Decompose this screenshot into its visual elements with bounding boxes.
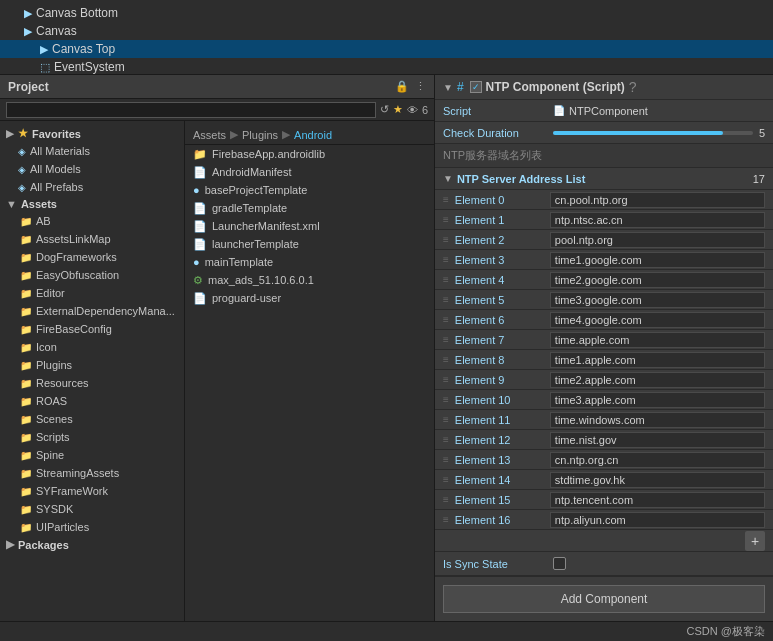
bottom-bar-text: CSDN @极客染 <box>687 624 765 639</box>
ntp-server-label: NTP Server Address List <box>457 173 753 185</box>
element-value[interactable]: stdtime.gov.hk <box>550 472 765 488</box>
folder-icon: 📁 <box>20 504 32 515</box>
asset-item-ab[interactable]: 📁 AB <box>0 212 184 230</box>
refresh-icon[interactable]: ↺ <box>380 103 389 116</box>
element-label: Element 10 <box>455 394 550 406</box>
asset-item-icon[interactable]: 📁 Icon <box>0 338 184 356</box>
assets-label: Assets <box>21 198 57 210</box>
file-item-maintemplate[interactable]: ● mainTemplate <box>185 253 434 271</box>
file-item-firebaseapp[interactable]: 📁 FirebaseApp.androidlib <box>185 145 434 163</box>
project-content: ▶ ★ Favorites ◈ All Materials ◈ All Mode… <box>0 121 434 621</box>
asset-item-firebaseconfig[interactable]: 📁 FireBaseConfig <box>0 320 184 338</box>
assets-section[interactable]: ▼ Assets <box>0 196 184 212</box>
element-value[interactable]: time1.apple.com <box>550 352 765 368</box>
check-duration-slider[interactable] <box>553 131 753 135</box>
breadcrumb-plugins[interactable]: Plugins <box>242 129 278 141</box>
element-value[interactable]: cn.ntp.org.cn <box>550 452 765 468</box>
element-value[interactable]: time.apple.com <box>550 332 765 348</box>
element-value[interactable]: time.windows.com <box>550 412 765 428</box>
element-label: Element 6 <box>455 314 550 326</box>
tree-item-eventsystem[interactable]: ⬚ EventSystem <box>0 58 773 75</box>
element-row: ≡ Element 1 ntp.ntsc.ac.cn <box>435 210 773 230</box>
element-value[interactable]: time3.apple.com <box>550 392 765 408</box>
element-value[interactable]: time4.google.com <box>550 312 765 328</box>
asset-item-syframework[interactable]: 📁 SYFrameWork <box>0 482 184 500</box>
element-value[interactable]: ntp.tencent.com <box>550 492 765 508</box>
asset-item-uiparticles[interactable]: 📁 UIParticles <box>0 518 184 536</box>
file-item-maxads[interactable]: ⚙ max_ads_51.10.6.0.1 <box>185 271 434 289</box>
element-label: Element 1 <box>455 214 550 226</box>
tree-item-canvas[interactable]: ▶ Canvas <box>0 22 773 40</box>
asset-item-streamingassets[interactable]: 📁 StreamingAssets <box>0 464 184 482</box>
tree-item-canvas-bottom[interactable]: ▶ Canvas Bottom <box>0 4 773 22</box>
asset-item-scripts[interactable]: 📁 Scripts <box>0 428 184 446</box>
file-label: baseProjectTemplate <box>205 184 308 196</box>
file-item-proguard[interactable]: 📄 proguard-user <box>185 289 434 307</box>
element-label: Element 16 <box>455 514 550 526</box>
file-item-launchertemplate[interactable]: 📄 launcherTemplate <box>185 235 434 253</box>
element-value[interactable]: time2.google.com <box>550 272 765 288</box>
folder-icon: 📁 <box>20 288 32 299</box>
add-component-button[interactable]: Add Component <box>443 585 765 613</box>
element-label: Element 8 <box>455 354 550 366</box>
ntp-expand-arrow[interactable]: ▼ <box>443 173 453 184</box>
asset-item-resources[interactable]: 📁 Resources <box>0 374 184 392</box>
add-component-area: Add Component <box>435 576 773 621</box>
help-icon[interactable]: ? <box>629 79 637 95</box>
element-value[interactable]: time.nist.gov <box>550 432 765 448</box>
asset-item-dogframeworks[interactable]: 📁 DogFrameworks <box>0 248 184 266</box>
breadcrumb-assets[interactable]: Assets <box>193 129 226 141</box>
component-checkbox[interactable]: ✓ <box>470 81 482 93</box>
asset-item-plugins[interactable]: 📁 Plugins <box>0 356 184 374</box>
element-value[interactable]: time2.apple.com <box>550 372 765 388</box>
element-value[interactable]: ntp.aliyun.com <box>550 512 765 528</box>
breadcrumb-android[interactable]: Android <box>294 129 332 141</box>
file-icon: 📄 <box>193 238 207 251</box>
add-element-button[interactable]: + <box>745 531 765 551</box>
search-input[interactable] <box>6 102 376 118</box>
folder-icon: 📁 <box>20 450 32 461</box>
file-item-gradletemplate[interactable]: 📄 gradleTemplate <box>185 199 434 217</box>
asset-item-editor[interactable]: 📁 Editor <box>0 284 184 302</box>
asset-item-externaldependency[interactable]: 📁 ExternalDependencyMana... <box>0 302 184 320</box>
element-label: Element 9 <box>455 374 550 386</box>
eye-icon[interactable]: 👁 <box>407 104 418 116</box>
packages-section[interactable]: ▶ Packages <box>0 536 184 553</box>
sidebar-item-all-prefabs[interactable]: ◈ All Prefabs <box>0 178 184 196</box>
element-value[interactable]: ntp.ntsc.ac.cn <box>550 212 765 228</box>
element-value[interactable]: time3.google.com <box>550 292 765 308</box>
asset-item-scenes[interactable]: 📁 Scenes <box>0 410 184 428</box>
asset-label: ExternalDependencyMana... <box>36 305 175 317</box>
xml-icon: 📄 <box>193 220 207 233</box>
star-filter-icon[interactable]: ★ <box>393 103 403 116</box>
file-item-launchermanifest[interactable]: 📄 LauncherManifest.xml <box>185 217 434 235</box>
folder-icon: 📁 <box>20 486 32 497</box>
file-item-androidmanifest[interactable]: 📄 AndroidManifest <box>185 163 434 181</box>
element-label: Element 2 <box>455 234 550 246</box>
asset-item-roas[interactable]: 📁 ROAS <box>0 392 184 410</box>
element-value[interactable]: pool.ntp.org <box>550 232 765 248</box>
element-label: Element 7 <box>455 334 550 346</box>
drag-handle: ≡ <box>443 274 449 285</box>
element-value[interactable]: cn.pool.ntp.org <box>550 192 765 208</box>
asset-label: StreamingAssets <box>36 467 119 479</box>
tree-item-canvas-top[interactable]: ▶ Canvas Top <box>0 40 773 58</box>
file-item-baseprojecttemplate[interactable]: ● baseProjectTemplate <box>185 181 434 199</box>
lock-icon[interactable]: 🔒 <box>395 80 409 93</box>
breadcrumb-sep1: ▶ <box>230 128 238 141</box>
element-label: Element 13 <box>455 454 550 466</box>
element-value[interactable]: time1.google.com <box>550 252 765 268</box>
asset-item-assetslinkmap[interactable]: 📁 AssetsLinkMap <box>0 230 184 248</box>
drag-handle: ≡ <box>443 514 449 525</box>
asset-item-sysdk[interactable]: 📁 SYSDK <box>0 500 184 518</box>
component-expand-arrow[interactable]: ▼ <box>443 82 453 93</box>
sidebar-item-all-models[interactable]: ◈ All Models <box>0 160 184 178</box>
favorites-section[interactable]: ▶ ★ Favorites <box>0 125 184 142</box>
asset-item-spine[interactable]: 📁 Spine <box>0 446 184 464</box>
sidebar-item-all-materials[interactable]: ◈ All Materials <box>0 142 184 160</box>
drag-handle: ≡ <box>443 474 449 485</box>
asset-item-easyobfuscation[interactable]: 📁 EasyObfuscation <box>0 266 184 284</box>
sync-state-checkbox[interactable] <box>553 557 566 570</box>
menu-icon[interactable]: ⋮ <box>415 80 426 93</box>
element-row: ≡ Element 12 time.nist.gov <box>435 430 773 450</box>
